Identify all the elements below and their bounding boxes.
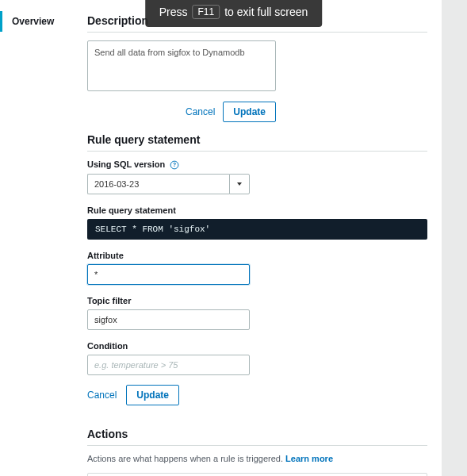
toast-key: F11 (193, 5, 220, 19)
attribute-input[interactable] (87, 264, 250, 285)
description-textarea[interactable] (87, 40, 276, 91)
sql-version-value: 2016-03-23 (87, 174, 229, 194)
toast-pre: Press (159, 6, 188, 18)
main-content: Description Cancel Update Rule query sta… (73, 0, 442, 476)
tab-overview[interactable]: Overview (0, 11, 73, 32)
sql-version-label: Using SQL version ? (87, 159, 427, 170)
condition-label: Condition (87, 341, 427, 351)
actions-hint: Actions are what happens when a rule is … (87, 454, 427, 463)
topic-filter-input[interactable] (87, 309, 250, 330)
attribute-label: Attribute (87, 251, 427, 260)
description-cancel-button[interactable]: Cancel (186, 106, 215, 117)
action-item: Insert a message into a DynamoDB table s… (87, 473, 427, 476)
toast-post: to exit full screen (224, 6, 308, 18)
rule-query-heading: Rule query statement (87, 133, 427, 152)
description-update-button[interactable]: Update (223, 102, 276, 122)
right-gutter (442, 0, 467, 476)
help-icon[interactable]: ? (170, 160, 179, 170)
learn-more-link[interactable]: Learn more (285, 454, 333, 463)
rule-query-label: Rule query statement (87, 205, 427, 215)
fullscreen-toast: Press F11 to exit full screen (145, 0, 323, 27)
actions-heading: Actions (87, 428, 427, 446)
topic-filter-label: Topic filter (87, 296, 427, 305)
sidebar: Overview (0, 0, 73, 476)
rule-cancel-button[interactable]: Cancel (87, 390, 117, 401)
condition-input[interactable] (87, 355, 250, 375)
sql-version-select[interactable]: 2016-03-23 (87, 174, 250, 194)
sql-version-dropdown-button[interactable] (229, 174, 250, 194)
rule-update-button[interactable]: Update (126, 385, 179, 405)
rule-query-code: SELECT * FROM 'sigfox' (87, 219, 427, 240)
svg-text:?: ? (173, 162, 176, 167)
chevron-down-icon (237, 182, 242, 186)
